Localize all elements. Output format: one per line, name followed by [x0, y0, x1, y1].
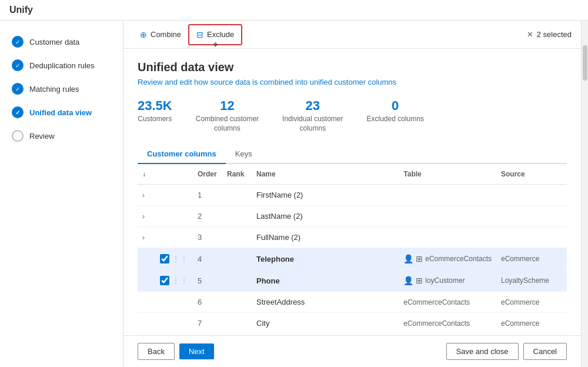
step-icon-review [12, 130, 24, 142]
checkbox-cell [155, 206, 193, 227]
sidebar-item-review[interactable]: Review [0, 124, 123, 148]
tab-row: Customer columns Keys [138, 145, 567, 164]
sidebar-label-review: Review [29, 132, 55, 141]
name-cell: Phone [252, 270, 399, 292]
exclude-button[interactable]: ⊟ Exclude [189, 25, 241, 44]
rank-cell [222, 270, 252, 292]
expand-cell[interactable]: › [138, 185, 155, 206]
col-header-expand: ↓ [138, 164, 155, 185]
exclude-label: Exclude [207, 30, 234, 39]
expand-cell [138, 270, 155, 292]
order-cell: 1 [193, 185, 222, 206]
scrollbar-thumb[interactable] [583, 45, 587, 81]
table-cell [399, 227, 496, 248]
stat-combined: 12 Combined customercolumns [196, 98, 259, 133]
table-name: eCommerceContacts [425, 255, 492, 263]
drag-handle-icon[interactable]: ⋮⋮ [172, 276, 188, 285]
name-cell: Telephone [252, 248, 399, 270]
checkbox-cell[interactable]: ⋮⋮ [155, 270, 193, 292]
row-name: LastName (2) [256, 212, 303, 221]
back-button[interactable]: Back [138, 343, 175, 360]
table-row: › 2 LastName (2) [138, 206, 567, 227]
expand-cell [138, 292, 155, 313]
stat-excluded-value: 0 [367, 98, 424, 114]
col-header-order: Order [193, 164, 222, 185]
step-icon-matching-rules: ✓ [12, 83, 24, 95]
name-cell: City [252, 313, 399, 334]
cancel-button[interactable]: Cancel [523, 343, 567, 360]
sidebar-item-customer-data[interactable]: ✓ Customer data [0, 30, 123, 54]
rank-cell [222, 248, 252, 270]
expand-button[interactable]: › [142, 233, 145, 242]
sidebar-label-customer-data: Customer data [29, 38, 79, 46]
expand-cell[interactable]: › [138, 206, 155, 227]
order-cell: 2 [193, 206, 222, 227]
next-button[interactable]: Next [179, 343, 214, 359]
combine-button[interactable]: ⊕ Combine [133, 25, 188, 44]
step-icon-deduplication-rules: ✓ [12, 59, 24, 71]
stat-combined-label: Combined customercolumns [196, 115, 259, 133]
tab-customer-columns[interactable]: Customer columns [138, 145, 226, 164]
table-row: 7 City eCommerceContacts eCommerce [138, 313, 567, 334]
table-name: loyCustomer [425, 276, 465, 285]
merge-icon: ⊞ [416, 276, 423, 285]
expand-cell [138, 313, 155, 334]
table-cell [399, 185, 496, 206]
name-cell: FullName (2) [252, 227, 399, 248]
rank-cell [222, 292, 252, 313]
sidebar-label-unified-data-view: Unified data view [29, 108, 92, 117]
page-content: Unified data view Review and edit how so… [123, 49, 581, 335]
expand-cell [138, 248, 155, 270]
drag-handle-icon[interactable]: ⋮⋮ [172, 254, 188, 263]
sidebar-item-deduplication-rules[interactable]: ✓ Deduplication rules [0, 54, 123, 77]
scrollbar[interactable] [581, 21, 588, 367]
close-icon[interactable]: ✕ [527, 30, 533, 39]
order-cell: 6 [193, 292, 222, 313]
rank-cell [222, 185, 252, 206]
rank-cell [222, 227, 252, 248]
source-cell [496, 206, 567, 227]
table-row: ⋮⋮ 4 Telephone 👤 ⊞ eCommerceContacts [138, 248, 567, 270]
checkbox-cell [155, 292, 193, 313]
page-title: Unified data view [138, 61, 567, 74]
exclude-btn-wrapper: ⊟ Exclude ⌖ [188, 24, 242, 45]
combine-icon: ⊕ [140, 30, 147, 39]
save-close-button[interactable]: Save and close [446, 343, 519, 360]
col-header-name: Name [252, 164, 399, 185]
expand-cell[interactable]: › [138, 227, 155, 248]
row-name: Phone [256, 276, 280, 285]
checkbox-cell[interactable]: ⋮⋮ [155, 248, 193, 270]
expand-button[interactable]: › [142, 191, 145, 199]
source-cell: eCommerce [496, 248, 567, 270]
stat-individual: 23 Individual customercolumns [282, 98, 343, 133]
toolbar: ⊕ Combine ⊟ Exclude ⌖ ✕ 2 selected [123, 21, 581, 49]
exclude-icon: ⊟ [196, 30, 203, 39]
row-checkbox[interactable] [160, 276, 169, 285]
row-name: Telephone [256, 255, 294, 263]
col-header-checkbox [155, 164, 193, 185]
checkbox-cell [155, 227, 193, 248]
expand-button[interactable]: › [142, 212, 145, 221]
sidebar-item-unified-data-view[interactable]: ✓ Unified data view [0, 101, 123, 124]
merge-icon: ⊞ [416, 254, 423, 263]
sidebar-label-deduplication-rules: Deduplication rules [29, 61, 95, 70]
app-header: Unify [0, 0, 588, 21]
table-cell: eCommerceContacts [399, 313, 496, 334]
name-cell: LastName (2) [252, 206, 399, 227]
app-title: Unify [9, 5, 33, 15]
row-name: FullName (2) [256, 233, 300, 242]
step-icon-unified-data-view: ✓ [12, 106, 24, 118]
sidebar: ✓ Customer data ✓ Deduplication rules ✓ … [0, 21, 123, 367]
stat-excluded: 0 Excluded columns [367, 98, 424, 133]
selected-badge: ✕ 2 selected [527, 30, 572, 39]
data-table: ↓ Order Rank Name Table Source [138, 164, 567, 335]
col-header-source: Source [496, 164, 567, 185]
table-cell [399, 206, 496, 227]
source-cell: eCommerce [496, 313, 567, 334]
tab-keys[interactable]: Keys [226, 145, 262, 164]
rank-cell [222, 313, 252, 334]
selected-count: 2 selected [537, 30, 572, 39]
row-checkbox[interactable] [160, 254, 169, 263]
name-cell: StreetAddress [252, 292, 399, 313]
sidebar-item-matching-rules[interactable]: ✓ Matching rules [0, 77, 123, 101]
